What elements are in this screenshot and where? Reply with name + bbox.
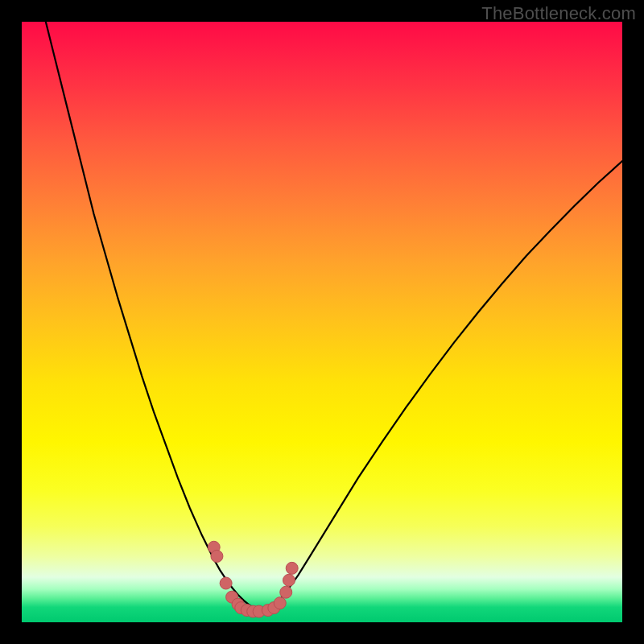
valley-marker <box>220 577 232 589</box>
valley-marker <box>280 586 292 598</box>
chart-frame: TheBottleneck.com <box>0 0 644 644</box>
valley-marker <box>286 562 298 574</box>
plot-area <box>22 22 622 622</box>
curves-layer <box>22 22 622 622</box>
valley-markers <box>208 541 298 617</box>
valley-marker <box>211 550 223 562</box>
valley-marker <box>283 574 295 586</box>
valley-marker <box>274 597 286 609</box>
right-curve <box>262 161 622 610</box>
watermark-text: TheBottleneck.com <box>481 3 636 24</box>
left-curve <box>46 22 262 610</box>
